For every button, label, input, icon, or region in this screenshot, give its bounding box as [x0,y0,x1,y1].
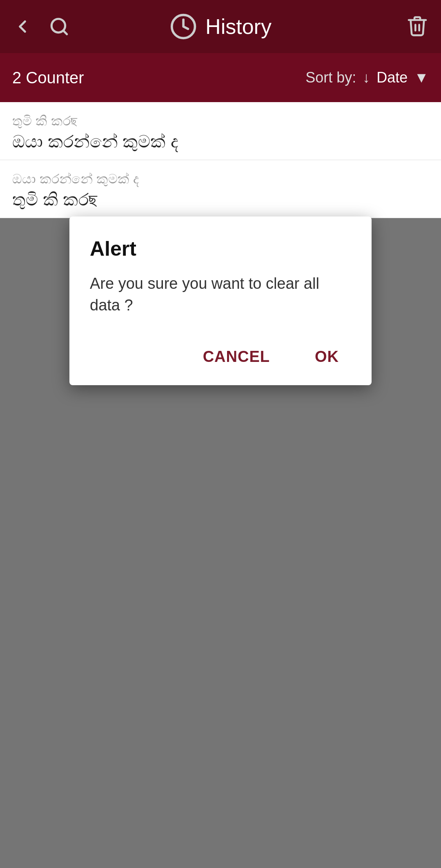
list-item[interactable]: තුමි කි කරছ ඔයා කරන්නේ කුමක් ද [0,102,441,160]
list-item[interactable]: ඔයා කරන්නේ කුමක් ද තුමි කි කරছ [0,160,441,218]
header-left-actions [12,16,69,37]
alert-dialog: Alert Are you sure you want to clear all… [69,216,372,385]
sort-by-label: Sort by: [305,69,356,86]
list-item-title: තුමි කි කරছ [12,190,429,210]
header-right-actions [406,14,429,39]
back-icon[interactable] [12,16,33,37]
page-title: History [205,14,272,39]
list-item-title: ඔයා කරන්නේ කුමක් ද [12,132,429,152]
svg-line-1 [63,31,67,34]
list-item-subtitle: තුමි කි කරছ [12,114,429,129]
dialog-message: Are you sure you want to clear all data … [90,273,351,316]
dialog-buttons: CANCEL OK [90,341,351,373]
sub-header: 2 Counter Sort by: ↓ Date ▼ [0,53,441,102]
ok-button[interactable]: OK [303,341,351,373]
header-center: History [169,13,272,40]
list-item-subtitle: ඔයා කරන්නේ කුමක් ද [12,172,429,187]
trash-icon[interactable] [406,14,429,37]
app-header: History [0,0,441,53]
counter-label: 2 Counter [12,69,84,87]
sort-section[interactable]: Sort by: ↓ Date ▼ [305,69,429,86]
chevron-down-icon[interactable]: ▼ [414,69,429,86]
dialog-title: Alert [90,237,351,261]
clock-icon [169,13,197,40]
cancel-button[interactable]: CANCEL [191,341,282,373]
history-list: තුමි කි කරছ ඔයා කරන්නේ කුමක් ද ඔයා කරන්න… [0,102,441,218]
sort-direction-icon: ↓ [363,69,370,86]
sort-field-label: Date [376,69,408,86]
search-icon[interactable] [49,16,69,37]
